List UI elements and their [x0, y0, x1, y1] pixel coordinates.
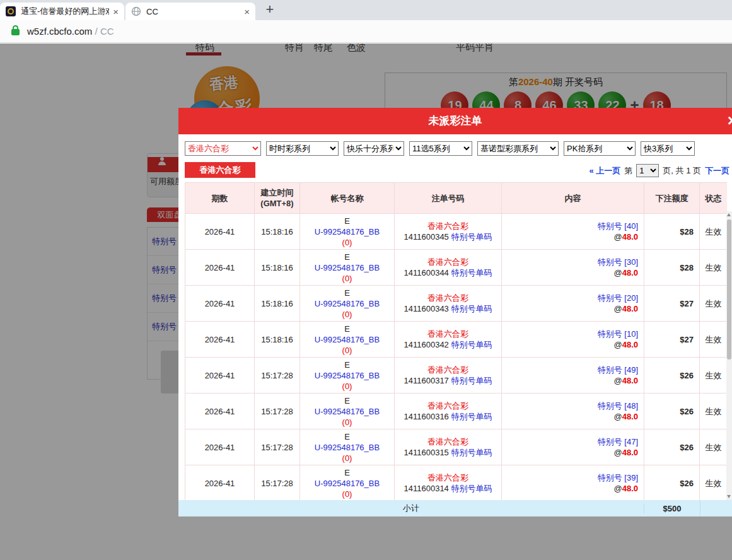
browser-tab-2[interactable]: CC ×	[125, 3, 255, 20]
cell-amount: $28	[644, 250, 700, 286]
content-link[interactable]: 特别号 [39]	[598, 473, 638, 482]
content-link[interactable]: 特别号 [30]	[598, 257, 638, 267]
bet-detail-link[interactable]: 特别号单码	[451, 412, 492, 421]
account-link[interactable]: U-992548176_BB	[315, 443, 380, 452]
tab2-globe-icon	[131, 6, 141, 16]
cell-content: 特别号 [20]@48.0	[502, 286, 644, 322]
bet-detail-link[interactable]: 特别号单码	[451, 376, 492, 385]
game-filter-button[interactable]: 香港六合彩	[185, 162, 255, 178]
bet-row: 2026-4115:17:28EU-992548176_BB(0)香港六合彩14…	[185, 429, 728, 465]
page-select[interactable]: 1	[636, 164, 659, 177]
cell-amount: $27	[644, 322, 700, 358]
cell-account: EU-992548176_BB(0)	[300, 429, 395, 465]
account-link[interactable]: U-992548176_BB	[315, 335, 380, 344]
bets-table: 期数建立时间(GMT+8)帐号名称注单号码内容下注额度状态 2026-4115:…	[185, 182, 727, 500]
scroll-up-arrow-icon[interactable]	[727, 213, 731, 216]
filter-select-2[interactable]: 快乐十分系列	[344, 141, 404, 156]
col-header-0: 期数	[185, 183, 255, 214]
cell-time: 15:18:16	[255, 214, 300, 250]
next-page-link[interactable]: 下一页	[705, 165, 729, 177]
browser-tab-bar: 通宝-信誉最好的网上游戏平 × CC × +	[0, 0, 732, 20]
cell-issue: 2026-41	[185, 429, 255, 465]
col-header-4: 内容	[502, 183, 644, 214]
bets-table-head-row: 期数建立时间(GMT+8)帐号名称注单号码内容下注额度状态	[185, 183, 728, 214]
bet-detail-link[interactable]: 特别号单码	[451, 484, 492, 493]
cell-content: 特别号 [40]@48.0	[502, 214, 644, 250]
account-link[interactable]: U-992548176_BB	[315, 407, 380, 416]
cell-time: 15:17:28	[255, 429, 300, 465]
cell-time: 15:18:16	[255, 322, 300, 358]
cell-account: EU-992548176_BB(0)	[300, 214, 395, 250]
tab1-close-icon[interactable]: ×	[113, 7, 119, 16]
filter-select-1[interactable]: 时时彩系列	[266, 141, 339, 156]
cell-issue: 2026-41	[185, 214, 255, 250]
bet-detail-link[interactable]: 特别号单码	[451, 340, 492, 349]
bet-detail-link[interactable]: 特别号单码	[451, 448, 492, 457]
bet-row: 2026-4115:17:28EU-992548176_BB(0)香港六合彩14…	[185, 465, 728, 501]
content-link[interactable]: 特别号 [10]	[598, 329, 638, 339]
url-bar[interactable]: w5zf.cbcfo.com / CC	[0, 20, 732, 43]
filter-select-5[interactable]: PK拾系列	[564, 141, 636, 156]
cell-account: EU-992548176_BB(0)	[300, 358, 395, 394]
cell-content: 特别号 [10]@48.0	[502, 322, 644, 358]
col-header-1: 建立时间(GMT+8)	[255, 183, 300, 214]
cell-amount: $28	[644, 214, 700, 250]
account-link[interactable]: U-992548176_BB	[315, 263, 380, 272]
cell-issue: 2026-41	[185, 286, 255, 322]
scroll-down-arrow-icon[interactable]	[727, 495, 731, 498]
pagination: « 上一页 第 1 页, 共 1 页 下一页	[589, 164, 729, 177]
new-tab-button[interactable]: +	[261, 0, 279, 20]
url-host: w5zf.cbcfo.com	[27, 26, 92, 37]
footer-status-cell	[700, 500, 732, 516]
cell-betno: 香港六合彩1411600345 特别号单码	[395, 214, 502, 250]
page-count-label: 页, 共 1 页	[663, 165, 701, 177]
table-scrollbar[interactable]	[726, 211, 732, 500]
col-header-2: 帐号名称	[300, 183, 395, 214]
cell-content: 特别号 [48]@48.0	[502, 394, 644, 429]
modal-close-icon[interactable]: ×	[728, 112, 732, 129]
cell-status: 生效	[700, 322, 728, 358]
bet-row: 2026-4115:18:16EU-992548176_BB(0)香港六合彩14…	[185, 322, 728, 358]
bet-detail-link[interactable]: 特别号单码	[451, 268, 492, 277]
table-footer: 小计 $500	[178, 500, 732, 516]
bet-detail-link[interactable]: 特别号单码	[451, 232, 492, 242]
col-header-6: 状态	[700, 183, 728, 214]
account-link[interactable]: U-992548176_BB	[315, 479, 380, 488]
content-link[interactable]: 特别号 [49]	[598, 365, 638, 375]
content-link[interactable]: 特别号 [47]	[598, 437, 638, 446]
cell-time: 15:17:28	[255, 358, 300, 394]
filter-select-0[interactable]: 香港六合彩	[185, 141, 261, 156]
content-link[interactable]: 特别号 [48]	[598, 401, 638, 411]
bets-table-body: 2026-4115:18:16EU-992548176_BB(0)香港六合彩14…	[185, 214, 728, 501]
url-text: w5zf.cbcfo.com / CC	[27, 26, 114, 37]
filter-select-4[interactable]: 基诺型彩票系列	[477, 141, 559, 156]
account-link[interactable]: U-992548176_BB	[315, 371, 380, 380]
filter-select-6[interactable]: 快3系列	[641, 141, 695, 156]
cell-betno: 香港六合彩1411600317 特别号单码	[395, 358, 502, 394]
scrollbar-thumb[interactable]	[727, 219, 731, 359]
account-link[interactable]: U-992548176_BB	[315, 299, 380, 308]
content-link[interactable]: 特别号 [20]	[598, 293, 638, 303]
bet-row: 2026-4115:17:28EU-992548176_BB(0)香港六合彩14…	[185, 394, 728, 429]
prev-page-link[interactable]: « 上一页	[589, 165, 620, 177]
cell-betno: 香港六合彩1411600316 特别号单码	[395, 394, 502, 429]
bet-row: 2026-4115:18:16EU-992548176_BB(0)香港六合彩14…	[185, 286, 728, 322]
cell-betno: 香港六合彩1411600342 特别号单码	[395, 322, 502, 358]
page-label-prefix: 第	[624, 165, 632, 177]
bets-table-wrap: 期数建立时间(GMT+8)帐号名称注单号码内容下注额度状态 2026-4115:…	[185, 182, 727, 500]
cell-status: 生效	[700, 214, 728, 250]
cell-account: EU-992548176_BB(0)	[300, 250, 395, 286]
secure-lock-icon	[11, 29, 20, 35]
bet-row: 2026-4115:18:16EU-992548176_BB(0)香港六合彩14…	[185, 250, 728, 286]
cell-time: 15:17:28	[255, 465, 300, 501]
browser-tab-1[interactable]: 通宝-信誉最好的网上游戏平 ×	[0, 3, 124, 20]
cell-content: 特别号 [30]@48.0	[502, 250, 644, 286]
content-link[interactable]: 特别号 [40]	[598, 221, 638, 231]
cell-issue: 2026-41	[185, 322, 255, 358]
filter-select-3[interactable]: 11选5系列	[409, 141, 472, 156]
cell-time: 15:18:16	[255, 250, 300, 286]
account-link[interactable]: U-992548176_BB	[315, 227, 380, 236]
bet-detail-link[interactable]: 特别号单码	[451, 304, 492, 313]
filter-row: 香港六合彩时时彩系列快乐十分系列11选5系列基诺型彩票系列PK拾系列快3系列	[185, 141, 695, 156]
tab2-close-icon[interactable]: ×	[244, 7, 250, 16]
